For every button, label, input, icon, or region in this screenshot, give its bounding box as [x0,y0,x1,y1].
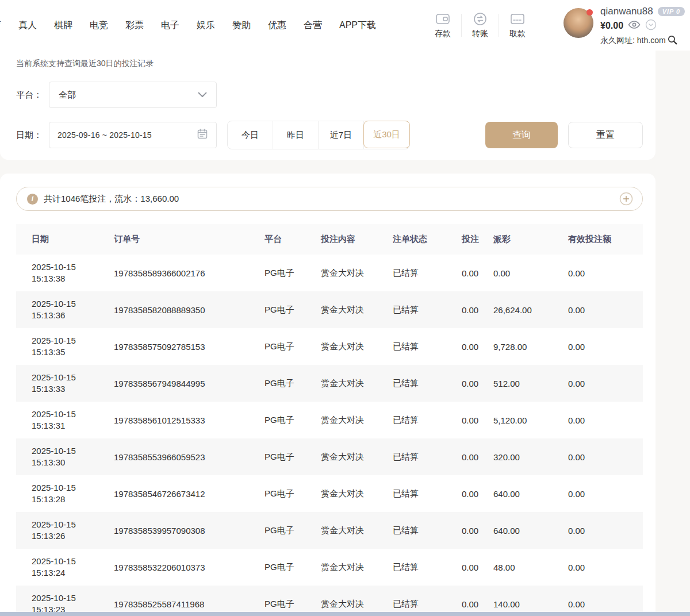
cell-order-number: 1978358589366002176 [98,255,249,291]
cell-bet-content: 赏金大对决 [305,255,377,291]
nav-item-esports[interactable]: 电竞 [90,20,108,32]
cell-valid-bet: 0.00 [553,291,643,328]
eye-icon[interactable] [628,20,641,32]
chevron-down-circle-icon[interactable] [645,19,657,33]
cell-valid-bet: 0.00 [553,475,643,512]
cell-order-number: 1978358546726673412 [98,475,249,512]
cell-platform: PG电子 [249,255,305,291]
records-card: i 共计1046笔投注，流水：13,660.00 日期 订单号 平台 投注内容 … [0,174,656,616]
cell-payout: 512.00 [478,365,553,402]
cell-order-number: 1978358532206010373 [98,549,249,586]
wallet-actions: 存款 转账 取款 [424,12,536,39]
magnifier-icon[interactable] [667,34,678,48]
table-header-row: 日期 订单号 平台 投注内容 注单状态 投注 派彩 有效投注额 [16,224,643,255]
date-label: 日期： [16,130,49,141]
search-button[interactable]: 查询 [485,122,558,148]
cell-payout: 9,728.00 [478,328,553,365]
nav-item-entertainment[interactable]: 娱乐 [197,20,215,32]
cell-platform: PG电子 [249,402,305,438]
cell-bet-amount: 0.00 [446,549,478,586]
cell-status: 已结算 [377,365,446,402]
cell-platform: PG电子 [249,512,305,549]
platform-select[interactable]: 全部 [49,82,217,108]
cell-payout: 26,624.00 [478,291,553,328]
date-range-input[interactable]: 2025-09-16 ~ 2025-10-15 [49,122,217,148]
col-header-order: 订单号 [98,224,249,255]
cell-date: 2025-10-1515:13:30 [16,438,98,475]
vip-badge: VIP 0 [658,7,685,16]
balance-amount: ¥0.00 [600,21,623,31]
cell-date: 2025-10-1515:13:31 [16,402,98,438]
quick-range-7days[interactable]: 近7日 [319,121,364,149]
chevron-down-icon [198,90,207,100]
deposit-wallet-icon [435,12,450,26]
cell-bet-amount: 0.00 [446,438,478,475]
cell-date: 2025-10-1515:13:33 [16,365,98,402]
col-header-bet: 投注 [446,224,478,255]
permanent-url-label: 永久网址: hth.com [600,36,666,46]
system-note: 当前系统支持查询最近30日的投注记录 [16,59,656,69]
quick-range-group: 今日 昨日 近7日 近30日 [227,121,410,149]
reset-button[interactable]: 重置 [568,122,643,148]
cell-bet-amount: 0.00 [446,365,478,402]
cell-order-number: 1978358553966059523 [98,438,249,475]
table-row: 2025-10-1515:13:331978358567949844995PG电… [16,365,643,402]
transfer-button[interactable]: 转账 [462,12,499,39]
cell-bet-content: 赏金大对决 [305,512,377,549]
cell-payout: 640.00 [478,475,553,512]
cell-valid-bet: 0.00 [553,549,643,586]
cell-payout: 640.00 [478,512,553,549]
horizontal-scrollbar[interactable] [0,612,690,616]
nav-item-sponsor[interactable]: 赞助 [232,20,251,32]
records-table: 日期 订单号 平台 投注内容 注单状态 投注 派彩 有效投注额 2025-10-… [16,224,643,616]
cell-valid-bet: 0.00 [553,365,643,402]
cell-payout: 48.00 [478,549,553,586]
main-nav: 育 真人 棋牌 电竞 彩票 电子 娱乐 赞助 优惠 合营 APP下载 [0,20,376,32]
nav-item-affiliate[interactable]: 合营 [304,20,322,32]
deposit-label: 存款 [435,29,451,39]
cell-bet-amount: 0.00 [446,402,478,438]
cell-platform: PG电子 [249,365,305,402]
quick-range-yesterday[interactable]: 昨日 [273,121,319,149]
cell-bet-amount: 0.00 [446,255,478,291]
nav-item-cards[interactable]: 棋牌 [54,20,72,32]
username[interactable]: qianwanu88 [600,6,653,17]
withdraw-label: 取款 [509,29,526,39]
table-row: 2025-10-1515:13:311978358561012515333PG电… [16,402,643,438]
calendar-icon [197,128,208,142]
transfer-label: 转账 [472,29,488,39]
withdraw-card-icon [510,12,525,26]
cell-valid-bet: 0.00 [553,512,643,549]
cell-status: 已结算 [377,402,446,438]
cell-payout: 5,120.00 [478,402,553,438]
nav-item-live[interactable]: 真人 [18,20,37,32]
nav-item-lottery[interactable]: 彩票 [125,20,144,32]
platform-label: 平台： [16,90,49,101]
cell-platform: PG电子 [249,549,305,586]
deposit-button[interactable]: 存款 [424,12,461,39]
quick-range-today[interactable]: 今日 [228,121,273,149]
cell-bet-content: 赏金大对决 [305,291,377,328]
cell-platform: PG电子 [249,328,305,365]
table-row: 2025-10-1515:13:351978358575092785153PG电… [16,328,643,365]
cell-bet-amount: 0.00 [446,512,478,549]
nav-item-slots[interactable]: 电子 [161,20,179,32]
col-header-status: 注单状态 [377,224,446,255]
transfer-icon [473,12,488,26]
withdraw-button[interactable]: 取款 [499,12,536,39]
table-row: 2025-10-1515:13:281978358546726673412PG电… [16,475,643,512]
cell-order-number: 1978358539957090308 [98,512,249,549]
notification-dot [586,9,593,16]
cell-status: 已结算 [377,512,446,549]
cell-date: 2025-10-1515:13:36 [16,291,98,328]
nav-item-app-download[interactable]: APP下载 [339,20,376,32]
quick-range-30days[interactable]: 近30日 [363,121,410,148]
cell-payout: 0.00 [478,255,553,291]
avatar-wrap[interactable] [564,8,593,38]
cell-bet-content: 赏金大对决 [305,402,377,438]
nav-item-promo[interactable]: 优惠 [268,20,286,32]
nav-item-sports[interactable]: 育 [0,20,1,32]
cell-order-number: 1978358575092785153 [98,328,249,365]
plus-icon[interactable] [619,192,633,206]
col-header-content: 投注内容 [305,224,377,255]
